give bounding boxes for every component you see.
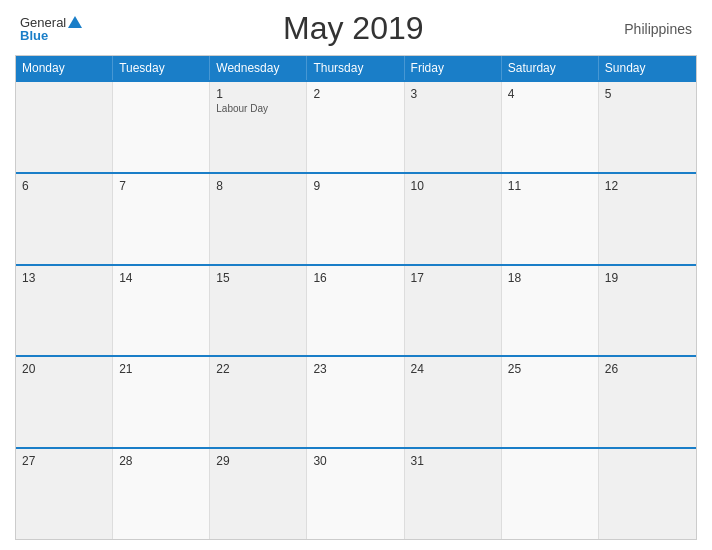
calendar-cell: 3 — [405, 82, 502, 172]
calendar-week-5: 2728293031 — [16, 447, 696, 539]
calendar-cell: 9 — [307, 174, 404, 264]
calendar-cell: 31 — [405, 449, 502, 539]
calendar-body: 1Labour Day23456789101112131415161718192… — [16, 80, 696, 539]
calendar-cell: 16 — [307, 266, 404, 356]
calendar-cell: 27 — [16, 449, 113, 539]
calendar-cell: 18 — [502, 266, 599, 356]
calendar-cell: 15 — [210, 266, 307, 356]
day-number: 12 — [605, 179, 690, 193]
calendar-cell: 24 — [405, 357, 502, 447]
calendar-header: MondayTuesdayWednesdayThursdayFridaySatu… — [16, 56, 696, 80]
day-number: 2 — [313, 87, 397, 101]
calendar-title: May 2019 — [283, 10, 424, 47]
calendar-cell: 28 — [113, 449, 210, 539]
logo: General Blue — [20, 16, 82, 42]
calendar-cell: 21 — [113, 357, 210, 447]
logo-blue-text: Blue — [20, 29, 82, 42]
calendar-cell — [16, 82, 113, 172]
calendar-cell: 19 — [599, 266, 696, 356]
calendar-cell: 4 — [502, 82, 599, 172]
day-number: 28 — [119, 454, 203, 468]
day-of-week-saturday: Saturday — [502, 56, 599, 80]
calendar-week-4: 20212223242526 — [16, 355, 696, 447]
calendar-cell: 10 — [405, 174, 502, 264]
calendar-cell: 23 — [307, 357, 404, 447]
calendar-cell: 20 — [16, 357, 113, 447]
day-number: 23 — [313, 362, 397, 376]
calendar: MondayTuesdayWednesdayThursdayFridaySatu… — [15, 55, 697, 540]
calendar-cell — [502, 449, 599, 539]
country-label: Philippines — [624, 21, 692, 37]
calendar-cell: 13 — [16, 266, 113, 356]
calendar-cell: 25 — [502, 357, 599, 447]
day-number: 21 — [119, 362, 203, 376]
day-number: 15 — [216, 271, 300, 285]
day-number: 10 — [411, 179, 495, 193]
day-number: 4 — [508, 87, 592, 101]
calendar-cell: 12 — [599, 174, 696, 264]
day-number: 29 — [216, 454, 300, 468]
calendar-week-3: 13141516171819 — [16, 264, 696, 356]
calendar-cell: 22 — [210, 357, 307, 447]
day-number: 5 — [605, 87, 690, 101]
day-number: 9 — [313, 179, 397, 193]
day-number: 6 — [22, 179, 106, 193]
day-of-week-friday: Friday — [405, 56, 502, 80]
day-number: 26 — [605, 362, 690, 376]
calendar-cell: 6 — [16, 174, 113, 264]
day-of-week-monday: Monday — [16, 56, 113, 80]
day-number: 27 — [22, 454, 106, 468]
calendar-week-2: 6789101112 — [16, 172, 696, 264]
logo-general-text: General — [20, 16, 66, 29]
logo-triangle-icon — [68, 16, 82, 28]
day-event: Labour Day — [216, 103, 300, 114]
calendar-week-1: 1Labour Day2345 — [16, 80, 696, 172]
day-of-week-tuesday: Tuesday — [113, 56, 210, 80]
day-number: 18 — [508, 271, 592, 285]
day-number: 14 — [119, 271, 203, 285]
day-number: 8 — [216, 179, 300, 193]
day-of-week-wednesday: Wednesday — [210, 56, 307, 80]
calendar-cell: 30 — [307, 449, 404, 539]
day-number: 3 — [411, 87, 495, 101]
day-of-week-sunday: Sunday — [599, 56, 696, 80]
day-number: 17 — [411, 271, 495, 285]
calendar-cell: 5 — [599, 82, 696, 172]
calendar-cell: 26 — [599, 357, 696, 447]
calendar-cell: 29 — [210, 449, 307, 539]
day-number: 19 — [605, 271, 690, 285]
page: General Blue May 2019 Philippines Monday… — [0, 0, 712, 550]
day-number: 31 — [411, 454, 495, 468]
calendar-cell: 7 — [113, 174, 210, 264]
day-number: 25 — [508, 362, 592, 376]
day-number: 24 — [411, 362, 495, 376]
day-number: 16 — [313, 271, 397, 285]
calendar-cell — [599, 449, 696, 539]
day-number: 13 — [22, 271, 106, 285]
day-number: 11 — [508, 179, 592, 193]
calendar-cell: 1Labour Day — [210, 82, 307, 172]
header: General Blue May 2019 Philippines — [15, 10, 697, 47]
day-number: 30 — [313, 454, 397, 468]
day-of-week-thursday: Thursday — [307, 56, 404, 80]
calendar-cell: 17 — [405, 266, 502, 356]
calendar-cell — [113, 82, 210, 172]
calendar-cell: 14 — [113, 266, 210, 356]
calendar-cell: 8 — [210, 174, 307, 264]
day-number: 22 — [216, 362, 300, 376]
calendar-cell: 2 — [307, 82, 404, 172]
day-number: 20 — [22, 362, 106, 376]
day-number: 1 — [216, 87, 300, 101]
day-number: 7 — [119, 179, 203, 193]
calendar-cell: 11 — [502, 174, 599, 264]
